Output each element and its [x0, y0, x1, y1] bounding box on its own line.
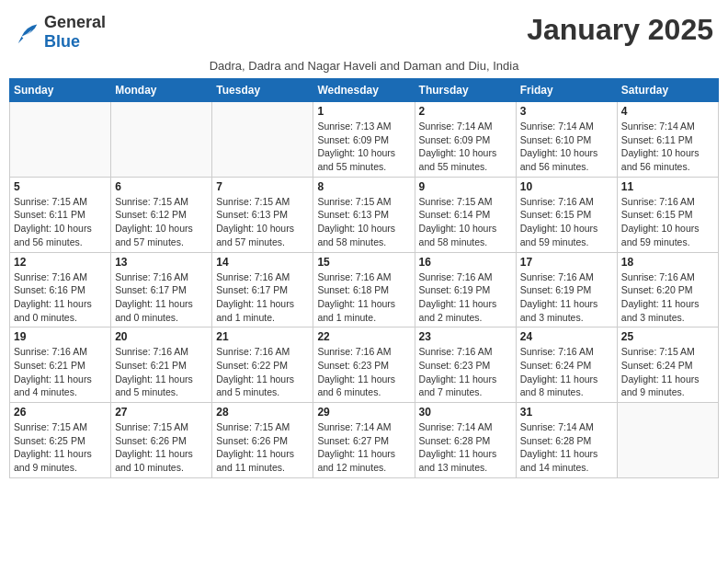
day-number: 7: [216, 180, 309, 193]
day-info: Sunrise: 7:14 AM Sunset: 6:28 PM Dayligh…: [520, 420, 613, 475]
day-number: 8: [317, 180, 410, 193]
day-number: 17: [520, 256, 613, 269]
day-info: Sunrise: 7:16 AM Sunset: 6:17 PM Dayligh…: [115, 270, 208, 325]
calendar-week-1: 1Sunrise: 7:13 AM Sunset: 6:09 PM Daylig…: [10, 102, 719, 178]
day-info: Sunrise: 7:14 AM Sunset: 6:10 PM Dayligh…: [520, 120, 613, 174]
day-info: Sunrise: 7:16 AM Sunset: 6:21 PM Dayligh…: [115, 345, 208, 399]
calendar-week-5: 26Sunrise: 7:15 AM Sunset: 6:25 PM Dayli…: [10, 403, 719, 478]
table-row: 29Sunrise: 7:14 AM Sunset: 6:27 PM Dayli…: [313, 403, 415, 478]
table-row: 24Sunrise: 7:16 AM Sunset: 6:24 PM Dayli…: [516, 327, 617, 403]
day-number: 16: [419, 256, 512, 269]
table-row: 1Sunrise: 7:13 AM Sunset: 6:09 PM Daylig…: [313, 102, 415, 178]
day-info: Sunrise: 7:16 AM Sunset: 6:18 PM Dayligh…: [317, 270, 410, 325]
calendar-table: SundayMondayTuesdayWednesdayThursdayFrid…: [9, 78, 719, 478]
day-number: 26: [14, 406, 107, 419]
day-number: 2: [419, 105, 512, 118]
day-info: Sunrise: 7:15 AM Sunset: 6:24 PM Dayligh…: [621, 345, 714, 399]
table-row: [617, 403, 718, 478]
day-number: 3: [520, 105, 613, 118]
day-number: 15: [317, 256, 410, 269]
day-info: Sunrise: 7:16 AM Sunset: 6:22 PM Dayligh…: [216, 345, 309, 399]
table-row: 7Sunrise: 7:15 AM Sunset: 6:13 PM Daylig…: [212, 177, 313, 252]
table-row: 6Sunrise: 7:15 AM Sunset: 6:12 PM Daylig…: [111, 177, 212, 252]
col-header-thursday: Thursday: [415, 79, 516, 102]
table-row: 31Sunrise: 7:14 AM Sunset: 6:28 PM Dayli…: [516, 403, 617, 478]
day-number: 25: [621, 330, 714, 343]
table-row: 5Sunrise: 7:15 AM Sunset: 6:11 PM Daylig…: [10, 177, 111, 252]
col-header-tuesday: Tuesday: [212, 79, 313, 102]
col-header-wednesday: Wednesday: [313, 79, 415, 102]
day-info: Sunrise: 7:16 AM Sunset: 6:23 PM Dayligh…: [419, 345, 512, 399]
calendar-week-4: 19Sunrise: 7:16 AM Sunset: 6:21 PM Dayli…: [10, 327, 719, 403]
table-row: 20Sunrise: 7:16 AM Sunset: 6:21 PM Dayli…: [111, 327, 212, 403]
col-header-friday: Friday: [516, 79, 617, 102]
table-row: 2Sunrise: 7:14 AM Sunset: 6:09 PM Daylig…: [415, 102, 516, 178]
table-row: 28Sunrise: 7:15 AM Sunset: 6:26 PM Dayli…: [212, 403, 313, 478]
day-info: Sunrise: 7:16 AM Sunset: 6:24 PM Dayligh…: [520, 345, 613, 399]
table-row: 12Sunrise: 7:16 AM Sunset: 6:16 PM Dayli…: [10, 252, 111, 327]
day-info: Sunrise: 7:14 AM Sunset: 6:09 PM Dayligh…: [419, 120, 512, 174]
table-row: 13Sunrise: 7:16 AM Sunset: 6:17 PM Dayli…: [111, 252, 212, 327]
month-title: January 2025: [527, 13, 713, 47]
table-row: 9Sunrise: 7:15 AM Sunset: 6:14 PM Daylig…: [415, 177, 516, 252]
day-number: 5: [14, 180, 107, 193]
logo-text: General Blue: [44, 13, 106, 52]
table-row: 25Sunrise: 7:15 AM Sunset: 6:24 PM Dayli…: [617, 327, 718, 403]
day-number: 28: [216, 406, 309, 419]
day-info: Sunrise: 7:15 AM Sunset: 6:13 PM Dayligh…: [216, 195, 309, 249]
logo: General Blue: [15, 13, 106, 52]
calendar-header-row: SundayMondayTuesdayWednesdayThursdayFrid…: [10, 79, 719, 102]
table-row: [212, 102, 313, 178]
day-number: 21: [216, 330, 309, 343]
table-row: 26Sunrise: 7:15 AM Sunset: 6:25 PM Dayli…: [10, 403, 111, 478]
day-number: 4: [621, 105, 714, 118]
day-number: 14: [216, 256, 309, 269]
day-number: 30: [419, 406, 512, 419]
day-info: Sunrise: 7:13 AM Sunset: 6:09 PM Dayligh…: [317, 120, 410, 174]
day-info: Sunrise: 7:16 AM Sunset: 6:21 PM Dayligh…: [14, 345, 107, 399]
table-row: 23Sunrise: 7:16 AM Sunset: 6:23 PM Dayli…: [415, 327, 516, 403]
day-number: 10: [520, 180, 613, 193]
day-info: Sunrise: 7:16 AM Sunset: 6:15 PM Dayligh…: [520, 195, 613, 249]
table-row: 22Sunrise: 7:16 AM Sunset: 6:23 PM Dayli…: [313, 327, 415, 403]
day-number: 29: [317, 406, 410, 419]
day-info: Sunrise: 7:15 AM Sunset: 6:26 PM Dayligh…: [115, 420, 208, 475]
table-row: 3Sunrise: 7:14 AM Sunset: 6:10 PM Daylig…: [516, 102, 617, 178]
day-info: Sunrise: 7:16 AM Sunset: 6:23 PM Dayligh…: [317, 345, 410, 399]
table-row: 8Sunrise: 7:15 AM Sunset: 6:13 PM Daylig…: [313, 177, 415, 252]
day-number: 23: [419, 330, 512, 343]
day-info: Sunrise: 7:15 AM Sunset: 6:13 PM Dayligh…: [317, 195, 410, 249]
table-row: 30Sunrise: 7:14 AM Sunset: 6:28 PM Dayli…: [415, 403, 516, 478]
day-info: Sunrise: 7:15 AM Sunset: 6:26 PM Dayligh…: [216, 420, 309, 475]
table-row: [111, 102, 212, 178]
table-row: 18Sunrise: 7:16 AM Sunset: 6:20 PM Dayli…: [617, 252, 718, 327]
day-info: Sunrise: 7:16 AM Sunset: 6:16 PM Dayligh…: [14, 270, 107, 325]
table-row: [10, 102, 111, 178]
table-row: 10Sunrise: 7:16 AM Sunset: 6:15 PM Dayli…: [516, 177, 617, 252]
day-info: Sunrise: 7:16 AM Sunset: 6:17 PM Dayligh…: [216, 270, 309, 325]
day-number: 18: [621, 256, 714, 269]
day-number: 20: [115, 330, 208, 343]
day-info: Sunrise: 7:15 AM Sunset: 6:25 PM Dayligh…: [14, 420, 107, 475]
subtitle: Dadra, Dadra and Nagar Haveli and Daman …: [9, 59, 719, 73]
day-number: 27: [115, 406, 208, 419]
day-number: 6: [115, 180, 208, 193]
calendar-week-3: 12Sunrise: 7:16 AM Sunset: 6:16 PM Dayli…: [10, 252, 719, 327]
day-info: Sunrise: 7:15 AM Sunset: 6:12 PM Dayligh…: [115, 195, 208, 249]
day-info: Sunrise: 7:16 AM Sunset: 6:15 PM Dayligh…: [621, 195, 714, 249]
day-number: 13: [115, 256, 208, 269]
col-header-monday: Monday: [111, 79, 212, 102]
day-number: 22: [317, 330, 410, 343]
col-header-saturday: Saturday: [617, 79, 718, 102]
table-row: 14Sunrise: 7:16 AM Sunset: 6:17 PM Dayli…: [212, 252, 313, 327]
table-row: 17Sunrise: 7:16 AM Sunset: 6:19 PM Dayli…: [516, 252, 617, 327]
day-number: 1: [317, 105, 410, 118]
day-number: 12: [14, 256, 107, 269]
table-row: 11Sunrise: 7:16 AM Sunset: 6:15 PM Dayli…: [617, 177, 718, 252]
day-info: Sunrise: 7:14 AM Sunset: 6:27 PM Dayligh…: [317, 420, 410, 475]
day-info: Sunrise: 7:16 AM Sunset: 6:19 PM Dayligh…: [520, 270, 613, 325]
day-number: 9: [419, 180, 512, 193]
table-row: 16Sunrise: 7:16 AM Sunset: 6:19 PM Dayli…: [415, 252, 516, 327]
table-row: 21Sunrise: 7:16 AM Sunset: 6:22 PM Dayli…: [212, 327, 313, 403]
day-info: Sunrise: 7:16 AM Sunset: 6:19 PM Dayligh…: [419, 270, 512, 325]
